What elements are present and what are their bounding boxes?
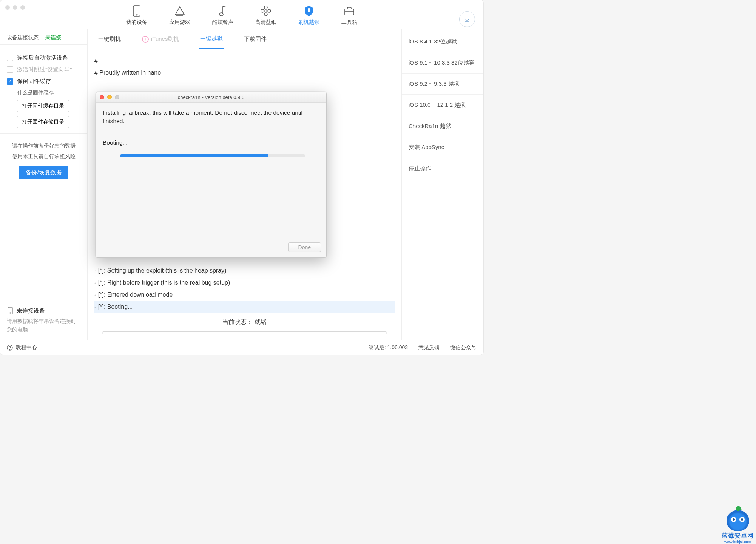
no-device-title: 未连接设备 xyxy=(7,307,80,314)
jb-option[interactable]: 安装 AppSync xyxy=(402,137,483,158)
feedback-link[interactable]: 意见反馈 xyxy=(418,344,440,351)
watermark-url: www.lmkjst.com xyxy=(724,540,751,544)
conn-status-label: 设备连接状态： xyxy=(7,34,44,40)
wechat-link[interactable]: 微信公众号 xyxy=(450,344,477,351)
version-text: 测试版: 1.06.003 xyxy=(369,344,408,351)
music-note-icon xyxy=(217,5,228,17)
shield-icon xyxy=(303,5,315,17)
opt-skip-setup: 激活时跳过"设置向导" xyxy=(7,66,80,73)
svg-point-4 xyxy=(265,10,267,12)
notice-line: 请在操作前备份好您的数据 xyxy=(7,140,80,151)
log-line: - [*]: Setting up the exploit (this is t… xyxy=(94,265,395,277)
modal-body: Installing jailbreak, this will take a m… xyxy=(96,103,326,163)
app-window: 我的设备 应用游戏 酷炫铃声 高清壁纸 刷机越狱 xyxy=(0,0,483,355)
svg-point-5 xyxy=(264,6,267,9)
modal-close-dot[interactable] xyxy=(100,95,104,99)
jb-option[interactable]: iOS 8.4.1 32位越狱 xyxy=(402,31,483,52)
apps-icon xyxy=(174,5,185,17)
connection-status: 设备连接状态： 未连接 xyxy=(0,29,87,45)
backup-restore-button[interactable]: 备份/恢复数据 xyxy=(19,166,68,179)
jb-option[interactable]: iOS 9.2 ~ 9.3.3 越狱 xyxy=(402,73,483,94)
sidebar-notice: 请在操作前备份好您的数据 使用本工具请自行承担风险 备份/恢复数据 xyxy=(0,134,87,186)
nav-label: 酷炫铃声 xyxy=(212,19,233,26)
svg-point-16 xyxy=(9,349,10,349)
log-line: - [*]: Entered download mode xyxy=(94,289,395,301)
downloads-button[interactable] xyxy=(459,11,475,27)
open-cache-dir-button[interactable]: 打开固件缓存目录 xyxy=(17,100,69,112)
nav-my-device[interactable]: 我的设备 xyxy=(126,5,147,26)
modal-traffic-lights xyxy=(100,95,119,99)
tab-flash[interactable]: 一键刷机 xyxy=(97,30,122,48)
nav-label: 我的设备 xyxy=(126,19,147,26)
help-center-link[interactable]: 教程中心 xyxy=(7,344,37,351)
done-button: Done xyxy=(288,242,321,252)
checkbox-checked-icon: ✓ xyxy=(7,78,13,85)
svg-point-14 xyxy=(10,313,11,313)
jb-option[interactable]: iOS 10.0 ~ 12.1.2 越狱 xyxy=(402,94,483,116)
jb-option[interactable]: CheckRa1n 越狱 xyxy=(402,116,483,137)
nav-label: 工具箱 xyxy=(341,19,357,26)
modal-message: Installing jailbreak, this will take a m… xyxy=(103,109,319,125)
watermark-logo: 蓝莓安卓网 www.lmkjst.com xyxy=(722,510,754,544)
checkra1n-modal: checkra1n - Version beta 0.9.6 Installin… xyxy=(96,92,327,258)
sidebar-footer: 未连接设备 请用数据线将苹果设备连接到您的电脑 xyxy=(0,301,87,340)
modal-minimize-dot[interactable] xyxy=(107,95,112,99)
status-bar: 当前状态： 就绪 xyxy=(88,313,401,340)
modal-status: Booting... xyxy=(103,139,319,146)
flower-icon xyxy=(260,5,272,17)
footer-bar: 教程中心 测试版: 1.06.003 意见反馈 微信公众号 xyxy=(0,340,483,355)
help-icon xyxy=(7,345,13,351)
modal-progress-bar xyxy=(120,154,305,157)
conn-status-value: 未连接 xyxy=(45,34,61,40)
nav-wallpapers[interactable]: 高清壁纸 xyxy=(255,5,276,26)
jb-option[interactable]: iOS 9.1 ~ 10.3.3 32位越狱 xyxy=(402,52,483,73)
modal-titlebar: checkra1n - Version beta 0.9.6 xyxy=(96,92,326,103)
modal-progress-fill xyxy=(120,154,268,157)
blueberry-mascot-icon xyxy=(727,510,749,531)
toolbox-icon xyxy=(344,5,355,17)
nav-apps[interactable]: 应用游戏 xyxy=(169,5,190,26)
svg-rect-0 xyxy=(133,6,140,16)
sub-tabs: 一键刷机 ♪ iTunes刷机 一键越狱 下载固件 xyxy=(88,29,401,49)
modal-title-text: checkra1n - Version beta 0.9.6 xyxy=(178,94,244,100)
svg-point-8 xyxy=(268,9,271,12)
open-store-dir-button[interactable]: 打开固件存储目录 xyxy=(17,116,69,128)
svg-point-1 xyxy=(136,14,137,15)
nav-toolbox[interactable]: 工具箱 xyxy=(341,5,357,26)
tab-itunes-flash[interactable]: ♪ iTunes刷机 xyxy=(140,30,181,48)
watermark-cn: 蓝莓安卓网 xyxy=(722,532,754,540)
phone-icon xyxy=(7,307,14,314)
log-line: # Proudly written in nano xyxy=(94,67,395,79)
tab-download-firmware[interactable]: 下载固件 xyxy=(242,30,268,48)
log-line: - [*]: Booting... xyxy=(94,301,395,313)
no-device-hint: 请用数据线将苹果设备连接到您的电脑 xyxy=(7,317,80,334)
opt-label: 连接后自动激活设备 xyxy=(17,54,68,62)
svg-rect-9 xyxy=(308,9,310,12)
opt-label: 保留固件缓存 xyxy=(17,78,51,85)
log-line: - [*]: Right before trigger (this is the… xyxy=(94,277,395,289)
top-nav: 我的设备 应用游戏 酷炫铃声 高清壁纸 刷机越狱 xyxy=(0,0,483,29)
notice-line: 使用本工具请自行承担风险 xyxy=(7,151,80,162)
sidebar-options: 连接后自动激活设备 激活时跳过"设置向导" ✓ 保留固件缓存 什么是固件缓存 打… xyxy=(0,45,87,134)
svg-point-7 xyxy=(261,9,264,12)
checkbox-icon xyxy=(7,66,13,73)
stop-operation[interactable]: 停止操作 xyxy=(402,158,483,179)
checkbox-icon xyxy=(7,55,13,61)
right-column: iOS 8.4.1 32位越狱 iOS 9.1 ~ 10.3.3 32位越狱 i… xyxy=(402,29,483,340)
sidebar: 设备连接状态： 未连接 连接后自动激活设备 激活时跳过"设置向导" ✓ 保留固件… xyxy=(0,29,88,340)
nav-ringtones[interactable]: 酷炫铃声 xyxy=(212,5,233,26)
svg-point-6 xyxy=(264,13,267,16)
log-line: # xyxy=(94,55,395,67)
status-text: 当前状态： 就绪 xyxy=(222,318,266,326)
tab-jailbreak[interactable]: 一键越狱 xyxy=(199,30,224,49)
nav-label: 应用游戏 xyxy=(169,19,190,26)
svg-point-3 xyxy=(219,13,223,16)
nav-label: 高清壁纸 xyxy=(255,19,276,26)
svg-rect-13 xyxy=(8,307,12,314)
itunes-icon: ♪ xyxy=(142,36,149,43)
nav-flash-jailbreak[interactable]: 刷机越狱 xyxy=(298,5,319,26)
what-is-cache-link[interactable]: 什么是固件缓存 xyxy=(17,89,80,96)
opt-keep-cache[interactable]: ✓ 保留固件缓存 xyxy=(7,78,80,85)
opt-auto-activate[interactable]: 连接后自动激活设备 xyxy=(7,54,80,62)
svg-rect-10 xyxy=(345,9,354,15)
